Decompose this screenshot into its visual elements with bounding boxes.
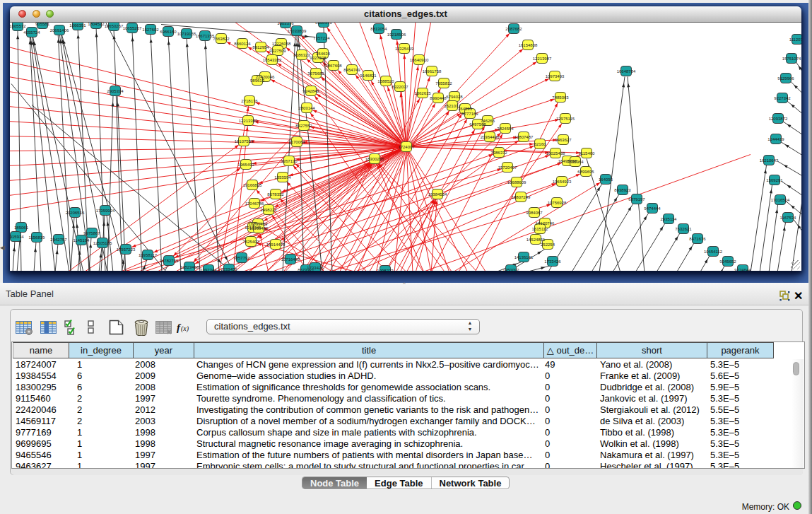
- svg-text:1588520: 1588520: [377, 79, 394, 83]
- svg-text:3915914: 3915914: [10, 235, 24, 239]
- svg-text:252254: 252254: [541, 243, 555, 247]
- svg-text:14524851: 14524851: [526, 238, 546, 242]
- svg-text:16640910: 16640910: [410, 58, 429, 62]
- svg-text:8322037: 8322037: [392, 85, 408, 89]
- svg-text:2718176: 2718176: [241, 99, 258, 103]
- svg-text:2170064: 2170064: [288, 140, 305, 144]
- svg-text:8454749: 8454749: [343, 68, 360, 72]
- svg-text:1353594: 1353594: [274, 175, 291, 180]
- svg-text:1066391: 1066391: [69, 23, 86, 28]
- svg-text:16107553: 16107553: [235, 139, 254, 144]
- svg-text:10653267: 10653267: [105, 24, 124, 28]
- svg-text:19654923: 19654923: [553, 180, 572, 184]
- svg-text:10654112: 10654112: [704, 250, 723, 254]
- svg-text:6497568: 6497568: [469, 122, 486, 127]
- svg-text:9474444: 9474444: [644, 206, 661, 211]
- svg-text:17359924: 17359924: [96, 209, 115, 213]
- svg-text:2942757: 2942757: [50, 238, 67, 242]
- svg-text:1527602: 1527602: [142, 28, 159, 32]
- svg-text:19166825: 19166825: [243, 183, 262, 187]
- svg-text:9129966: 9129966: [777, 76, 794, 81]
- svg-text:16671355: 16671355: [196, 34, 215, 38]
- svg-text:8678352: 8678352: [267, 192, 284, 197]
- svg-text:6794028: 6794028: [446, 95, 463, 99]
- svg-text:9245652: 9245652: [719, 259, 736, 264]
- svg-text:17016504: 17016504: [771, 198, 790, 202]
- svg-text:9227342: 9227342: [774, 96, 791, 100]
- svg-text:2935114: 2935114: [661, 217, 678, 221]
- svg-text:8990448: 8990448: [430, 96, 447, 100]
- svg-text:8186323: 8186323: [293, 53, 310, 57]
- svg-text:6966160: 6966160: [160, 30, 177, 34]
- svg-text:185061: 185061: [14, 226, 29, 230]
- svg-text:20206516: 20206516: [66, 211, 85, 215]
- svg-text:10719155: 10719155: [177, 32, 196, 36]
- svg-text:7632621: 7632621: [675, 227, 692, 231]
- svg-text:8427552: 8427552: [295, 124, 312, 128]
- svg-text:1244419: 1244419: [767, 137, 784, 141]
- svg-text:12823468: 12823468: [180, 265, 199, 269]
- svg-text:1615112: 1615112: [532, 227, 549, 231]
- svg-text:18807249: 18807249: [512, 195, 531, 199]
- svg-text:2867608: 2867608: [325, 64, 342, 68]
- svg-text:3824554: 3824554: [497, 127, 514, 131]
- svg-text:9242848: 9242848: [302, 89, 319, 93]
- svg-text:9224644: 9224644: [734, 268, 751, 271]
- svg-text:905581: 905581: [35, 23, 50, 26]
- svg-text:1098223: 1098223: [377, 269, 394, 271]
- svg-text:1450092: 1450092: [502, 268, 519, 271]
- svg-text:12975115: 12975115: [556, 117, 575, 121]
- svg-text:11325419: 11325419: [395, 47, 414, 51]
- svg-text:164095: 164095: [599, 177, 613, 182]
- svg-text:8912954: 8912954: [252, 45, 269, 49]
- svg-text:9975867: 9975867: [83, 231, 100, 235]
- svg-text:164593: 164593: [458, 107, 473, 111]
- svg-text:1605572: 1605572: [10, 24, 26, 28]
- svg-text:12213987: 12213987: [533, 57, 552, 61]
- svg-text:16648784: 16648784: [617, 69, 636, 74]
- svg-text:7663822: 7663822: [213, 37, 230, 41]
- svg-text:10655267: 10655267: [123, 26, 142, 30]
- svg-text:1733426: 1733426: [544, 259, 561, 264]
- svg-text:16099490: 16099490: [249, 226, 269, 230]
- svg-text:15751074: 15751074: [782, 57, 801, 61]
- svg-text:9327508: 9327508: [310, 56, 326, 60]
- svg-text:13226058: 13226058: [272, 42, 291, 46]
- svg-text:62160: 62160: [534, 142, 546, 146]
- svg-text:(x): (x): [181, 325, 189, 333]
- svg-text:1804522: 1804522: [88, 23, 105, 26]
- svg-text:1112075: 1112075: [789, 37, 801, 42]
- svg-text:16543362: 16543362: [263, 58, 282, 62]
- svg-text:1003376: 1003376: [277, 23, 294, 25]
- svg-text:8660124: 8660124: [234, 42, 251, 46]
- svg-text:1362615: 1362615: [414, 91, 431, 95]
- svg-text:9115460: 9115460: [579, 151, 596, 156]
- svg-text:3498222: 3498222: [260, 208, 277, 212]
- svg-text:9327509: 9327509: [269, 49, 286, 53]
- svg-text:1156819: 1156819: [29, 235, 46, 240]
- svg-text:16033809: 16033809: [288, 29, 307, 33]
- svg-text:9146821: 9146821: [360, 74, 377, 78]
- svg-text:1569291: 1569291: [766, 178, 783, 182]
- svg-text:17957223: 17957223: [117, 247, 136, 252]
- svg-text:10958117: 10958117: [139, 253, 158, 257]
- svg-text:10756928: 10756928: [548, 201, 567, 205]
- svg-text:10973493: 10973493: [546, 74, 565, 78]
- svg-text:20364436: 20364436: [481, 135, 500, 139]
- svg-text:7625402: 7625402: [242, 240, 259, 244]
- svg-text:9777169: 9777169: [461, 112, 478, 116]
- svg-text:8108373: 8108373: [315, 23, 332, 25]
- svg-text:2803144: 2803144: [298, 106, 315, 110]
- svg-text:7357224: 7357224: [313, 36, 330, 40]
- svg-text:10025438: 10025438: [546, 151, 565, 156]
- svg-text:8471676: 8471676: [689, 237, 706, 241]
- svg-text:16120746: 16120746: [536, 221, 555, 226]
- svg-text:9463627: 9463627: [555, 138, 572, 142]
- svg-text:9857791: 9857791: [233, 256, 250, 260]
- svg-text:154634: 154634: [316, 52, 331, 56]
- svg-text:16154808: 16154808: [519, 43, 538, 47]
- svg-text:10807487: 10807487: [514, 135, 534, 139]
- svg-text:8938923: 8938923: [614, 188, 631, 192]
- svg-text:15720407: 15720407: [498, 165, 517, 170]
- svg-text:3267130: 3267130: [281, 159, 298, 163]
